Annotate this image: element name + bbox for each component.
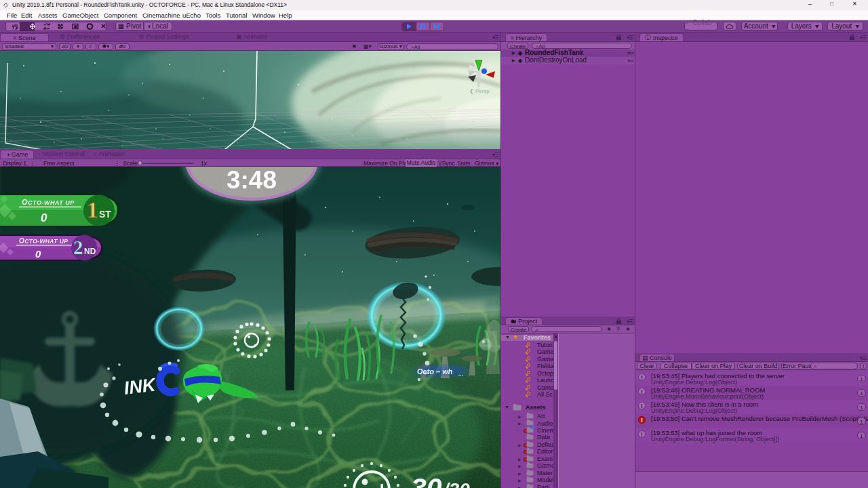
svg-text:ST: ST bbox=[99, 209, 111, 220]
svg-text:0: 0 bbox=[41, 211, 47, 224]
svg-text:OCTO-WHAT UP: OCTO-WHAT UP bbox=[22, 198, 75, 206]
svg-text:OCTO-WHAT UP: OCTO-WHAT UP bbox=[19, 237, 68, 245]
svg-text:/30: /30 bbox=[442, 479, 470, 488]
svg-text:❮ Persp: ❮ Persp bbox=[469, 88, 490, 94]
svg-text:ND: ND bbox=[84, 247, 96, 256]
svg-text:30: 30 bbox=[411, 472, 442, 488]
svg-text:2: 2 bbox=[73, 237, 83, 258]
svg-text:...: ... bbox=[458, 371, 464, 378]
svg-text:3:48: 3:48 bbox=[226, 167, 277, 194]
svg-text:0: 0 bbox=[35, 248, 41, 260]
svg-text:Octo – wh: Octo – wh bbox=[417, 367, 453, 375]
svg-text:1: 1 bbox=[87, 197, 98, 222]
svg-text:INK: INK bbox=[123, 374, 158, 399]
